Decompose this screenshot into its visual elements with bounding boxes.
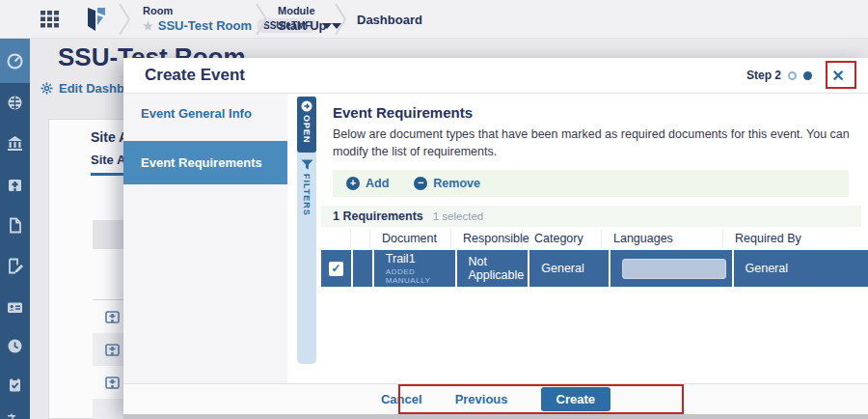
modal-left-nav: Event General Info Event Requirements (123, 94, 287, 383)
nav-item-event-requirements[interactable]: Event Requirements (123, 141, 287, 184)
remove-button[interactable]: − Remove (414, 177, 480, 190)
app-window: Room ★ SSU-Test Room SSU/eTMF Module Sta… (0, 0, 868, 419)
requirements-toolbar: + Add − Remove (333, 170, 849, 197)
remove-label: Remove (433, 177, 480, 190)
nav-item-event-general-info[interactable]: Event General Info (123, 94, 287, 133)
row-checkbox[interactable]: ✓ (329, 262, 343, 276)
previous-button[interactable]: Previous (455, 392, 508, 406)
content-description: Below are document types that have been … (333, 126, 854, 160)
left-sidebar: A (0, 39, 30, 419)
apps-grid-icon[interactable] (41, 11, 60, 28)
languages-input[interactable] (622, 259, 726, 279)
requirements-table: Document Type Responsible P... Category … (321, 227, 868, 287)
open-tab-label: OPEN (302, 115, 312, 144)
modal-footer: Cancel Previous Create (123, 383, 868, 414)
hospital-icon[interactable] (7, 177, 23, 193)
breadcrumb-separator (332, 2, 349, 37)
brand-logo[interactable] (83, 6, 110, 33)
star-icon[interactable]: ★ (143, 19, 153, 33)
cancel-button[interactable]: Cancel (381, 392, 422, 406)
requirements-count: 1 Requirements (333, 210, 423, 223)
modal-bottom-shadow (123, 414, 868, 419)
col-responsible: Responsible P... (451, 229, 523, 248)
document-icon[interactable] (7, 217, 23, 234)
translate-icon[interactable]: A (7, 413, 23, 419)
globe-icon[interactable] (7, 95, 23, 111)
filters-tab[interactable]: FILTERS (297, 156, 316, 216)
breadcrumb-separator (253, 2, 270, 37)
table-row[interactable]: ✓ Trail1 ADDED MANUALLY Not Applicable G… (321, 250, 868, 287)
room-name[interactable]: SSU-Test Room (158, 18, 252, 33)
added-manually-tag: ADDED MANUALLY (386, 267, 455, 285)
add-label: Add (366, 177, 389, 190)
document-edit-icon[interactable] (7, 258, 23, 274)
module-name[interactable]: Start Up (278, 18, 327, 33)
clock-icon[interactable] (7, 338, 23, 354)
create-button[interactable]: Create (541, 387, 610, 411)
remove-icon: − (414, 177, 427, 190)
step-label: Step 2 (746, 69, 781, 82)
cell-document-type: Trail1 (386, 252, 455, 265)
col-languages: Languages (602, 229, 723, 248)
cell-required-by: General (734, 250, 868, 287)
arrow-circle-icon (301, 100, 312, 112)
table-header-row: Document Type Responsible P... Category … (321, 227, 868, 250)
col-category: Category (523, 229, 602, 248)
step-dot-2 (803, 71, 812, 80)
col-required-by: Required By (723, 229, 858, 248)
site-building-icon (105, 310, 120, 324)
cell-responsible: Not Applicable (457, 250, 529, 287)
bank-icon[interactable] (7, 135, 23, 152)
step-indicator: Step 2 (746, 69, 812, 82)
gear-icon (41, 82, 53, 95)
clipboard-check-icon[interactable] (7, 377, 23, 393)
breadcrumb-separator (116, 2, 133, 37)
add-button[interactable]: + Add (346, 177, 389, 190)
cell-category: General (529, 250, 609, 287)
modal-title: Create Event (145, 66, 245, 85)
modal-header: Create Event Step 2 ✕ (123, 58, 868, 94)
selected-count: 1 selected (433, 210, 483, 222)
site-building-icon (105, 343, 120, 357)
filters-tab-label: FILTERS (302, 174, 312, 216)
top-header-bar: Room ★ SSU-Test Room SSU/eTMF Module Sta… (0, 0, 868, 39)
site-building-icon (105, 376, 120, 390)
content-heading: Event Requirements (333, 104, 473, 121)
filter-funnel-icon (301, 159, 313, 170)
step-dot-1 (788, 71, 797, 80)
filter-rail: OPEN FILTERS (297, 97, 316, 364)
close-icon[interactable]: ✕ (826, 63, 851, 88)
col-document-type: Document Type (370, 229, 451, 248)
create-event-modal: Create Event Step 2 ✕ Event General Info… (123, 58, 868, 414)
requirements-count-bar: 1 Requirements 1 selected (321, 206, 861, 227)
breadcrumb-dashboard[interactable]: Dashboard (357, 13, 422, 27)
open-filters-tab[interactable]: OPEN (297, 97, 316, 153)
dashboard-gauge-icon[interactable] (7, 53, 23, 70)
add-icon: + (346, 177, 360, 190)
id-card-icon[interactable] (7, 299, 23, 316)
